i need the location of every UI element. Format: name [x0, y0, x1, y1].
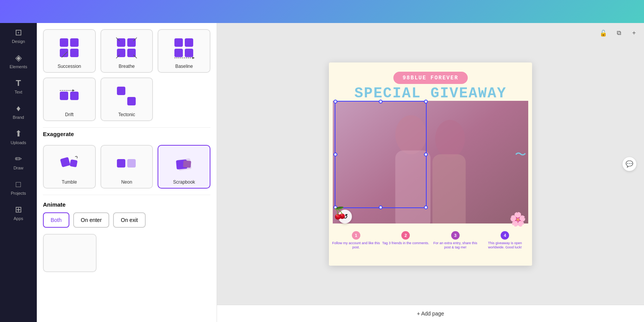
svg-rect-23 — [117, 87, 125, 95]
swirl-decoration: 〜 — [515, 147, 526, 163]
step-text-3: For an extra entry, share this post & ta… — [431, 241, 480, 250]
svg-rect-16 — [185, 49, 193, 57]
animation-card-tectonic[interactable]: Tectonic — [100, 77, 153, 121]
scrapbook-preview — [171, 150, 197, 177]
elements-icon: ◈ — [15, 53, 22, 63]
neon-label: Neon — [121, 179, 132, 185]
cherry-decoration: 🍒 — [333, 206, 347, 220]
step-text-2: Tag 3 friends in the comments. — [382, 241, 429, 246]
tectonic-preview — [113, 83, 140, 110]
svg-rect-1 — [70, 38, 79, 47]
sidebar-label-apps: Apps — [13, 216, 23, 221]
svg-rect-20 — [70, 92, 79, 100]
add-page-label: + Add page — [417, 310, 444, 317]
svg-marker-22 — [72, 89, 75, 92]
svg-rect-14 — [185, 38, 193, 47]
tectonic-label: Tectonic — [118, 112, 135, 117]
svg-rect-15 — [174, 49, 183, 57]
giveaway-badge: 98BLUE FOREVER — [393, 72, 468, 84]
on-exit-button[interactable]: On exit — [113, 212, 145, 228]
neon-preview — [113, 150, 140, 177]
step-text-4: This giveaway is open worldwide. Good lu… — [481, 241, 529, 250]
animate-preview-card — [43, 234, 97, 272]
svg-marker-18 — [192, 57, 195, 59]
svg-rect-19 — [60, 92, 68, 100]
breathe-preview — [113, 34, 140, 61]
succession-label: Succession — [58, 64, 81, 69]
canvas-card[interactable]: 98BLUE FOREVER SPECIAL GIVEAWAY WIN A GI… — [329, 62, 532, 266]
sidebar-item-draw[interactable]: ✏ Draw — [0, 150, 37, 175]
step-num-4: 4 — [501, 231, 509, 240]
step-4: 4 This giveaway is open worldwide. Good … — [481, 231, 529, 262]
comment-button[interactable]: 💬 — [623, 157, 636, 171]
sidebar-label-uploads: Uploads — [11, 140, 26, 145]
sidebar-item-elements[interactable]: ◈ Elements — [0, 48, 37, 74]
animation-card-succession[interactable]: Succession — [43, 29, 96, 73]
breathe-label: Breathe — [118, 64, 135, 69]
svg-rect-24 — [127, 97, 136, 105]
animate-title: Animate — [43, 201, 210, 208]
left-panel: Succession Breathe — [37, 0, 217, 322]
steps-row: 1 Follow my account and like this post. … — [329, 227, 532, 266]
sidebar-label-elements: Elements — [10, 64, 27, 69]
uploads-icon: ⬆ — [15, 129, 22, 139]
projects-icon: □ — [16, 179, 21, 189]
svg-rect-13 — [174, 38, 183, 47]
sidebar-item-text[interactable]: T Text — [0, 74, 37, 99]
baseline-label: Baseline — [175, 64, 193, 69]
animation-card-drift[interactable]: Drift — [43, 77, 96, 121]
scrapbook-label: Scrapbook — [173, 179, 195, 185]
add-page-bar[interactable]: + Add page — [217, 305, 644, 322]
photo-placeholder — [333, 101, 528, 223]
exaggerate-section-label: Exaggerate — [37, 128, 217, 139]
svg-rect-31 — [183, 160, 191, 168]
animation-card-tumble[interactable]: Tumble — [43, 145, 96, 189]
step-2: 2 Tag 3 friends in the comments. — [382, 231, 430, 262]
animation-card-neon[interactable]: Neon — [100, 145, 153, 189]
step-num-1: 1 — [352, 231, 360, 240]
sidebar-item-projects[interactable]: □ Projects — [0, 175, 37, 200]
svg-point-34 — [435, 120, 465, 157]
canvas-wrapper: 98BLUE FOREVER SPECIAL GIVEAWAY WIN A GI… — [217, 23, 644, 305]
giveaway-title-text: SPECIAL GIVEAWAY — [355, 85, 507, 102]
photo-area — [333, 101, 528, 223]
step-1: 1 Follow my account and like this post. — [332, 231, 380, 262]
animation-card-baseline[interactable]: Baseline — [158, 29, 210, 73]
sidebar-item-brand[interactable]: ♦ Brand — [0, 99, 37, 124]
flower-decoration: 🌸 — [509, 212, 526, 227]
draw-icon: ✏ — [15, 154, 22, 164]
sidebar-item-apps[interactable]: ⊞ Apps — [0, 200, 37, 225]
svg-rect-36 — [432, 154, 466, 223]
animation-grid-exaggerate: Tumble Neon Scrapbook — [37, 139, 217, 195]
tumble-label: Tumble — [62, 179, 77, 185]
sidebar-label-text: Text — [15, 90, 22, 94]
right-float-tools: 💬 — [623, 157, 636, 171]
svg-rect-3 — [70, 49, 79, 57]
animate-buttons-group: Both On enter On exit — [43, 212, 210, 228]
sidebar-label-draw: Draw — [13, 166, 23, 170]
sidebar-label-brand: Brand — [13, 115, 24, 120]
animate-section: Animate Both On enter On exit — [37, 195, 217, 278]
tumble-preview — [56, 150, 83, 177]
svg-rect-26 — [69, 159, 77, 168]
on-enter-button[interactable]: On enter — [73, 212, 109, 228]
step-text-1: Follow my account and like this post. — [332, 241, 380, 250]
svg-rect-27 — [117, 159, 125, 168]
apps-icon: ⊞ — [15, 205, 22, 215]
drift-label: Drift — [65, 112, 74, 117]
design-icon: ⊡ — [15, 28, 22, 38]
svg-rect-25 — [60, 157, 70, 168]
sidebar-item-design[interactable]: ⊡ Design — [0, 23, 37, 48]
both-button[interactable]: Both — [43, 212, 69, 228]
svg-rect-2 — [60, 49, 68, 57]
svg-rect-28 — [127, 159, 136, 168]
sidebar-item-uploads[interactable]: ⬆ Uploads — [0, 124, 37, 150]
sidebar-label-projects: Projects — [11, 191, 26, 196]
animation-grid-top: Succession Breathe — [37, 23, 217, 127]
step-num-3: 3 — [451, 231, 460, 240]
text-icon: T — [16, 78, 21, 88]
baseline-preview — [171, 34, 197, 61]
brand-icon: ♦ — [16, 104, 20, 113]
animation-card-scrapbook[interactable]: Scrapbook — [158, 145, 210, 189]
animation-card-breathe[interactable]: Breathe — [100, 29, 153, 73]
